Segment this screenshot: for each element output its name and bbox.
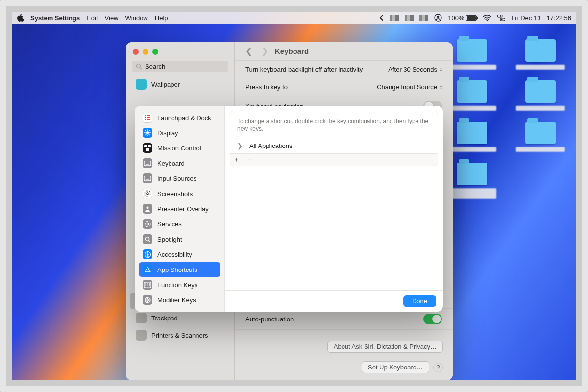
backlight-value-popup[interactable]: After 30 Seconds ▴▾ (388, 66, 442, 73)
sidebar-item-wallpaper[interactable]: Wallpaper (130, 76, 230, 93)
menubar-extra-icon[interactable] (390, 15, 399, 21)
svg-point-1 (437, 16, 440, 18)
sheet-sidebar-item[interactable]: Mission Control (139, 141, 220, 155)
minimize-window-button[interactable] (143, 49, 148, 55)
wifi-icon[interactable] (483, 15, 491, 21)
battery-icon (466, 15, 477, 21)
autopunct-toggle[interactable] (423, 314, 442, 324)
desktop: System Settings Edit View Window Help 10… (12, 12, 576, 380)
desktop-folder[interactable] (445, 39, 499, 70)
fn-value-popup[interactable]: Change Input Source ▴▾ (377, 83, 442, 91)
nav-back-button[interactable]: ❮ (244, 46, 254, 56)
sheet-sidebar-label: Launchpad & Dock (157, 114, 211, 122)
mag-icon (143, 234, 152, 244)
menubar-date[interactable]: Fri Dec 13 (511, 14, 540, 22)
menubar-item-edit[interactable]: Edit (87, 14, 98, 22)
menubar: System Settings Edit View Window Help 10… (12, 12, 576, 24)
menubar-app-name[interactable]: System Settings (30, 14, 80, 22)
menubar-extra-icon[interactable] (405, 15, 414, 21)
row-label: Auto-punctuation (245, 316, 294, 323)
sheet-sidebar-label: Input Sources (157, 175, 196, 182)
menubar-back-icon[interactable] (379, 15, 384, 21)
sheet-sidebar-label: Modifier Keys (157, 296, 196, 304)
user-icon[interactable] (434, 14, 442, 22)
menubar-item-window[interactable]: Window (125, 14, 148, 22)
desktop-folder[interactable] (445, 122, 499, 152)
svg-point-7 (137, 64, 141, 68)
svg-rect-17 (148, 119, 150, 120)
keyboard-shortcuts-sheet: Launchpad & DockDisplayMission ControlKe… (135, 106, 443, 312)
sidebar-item-printers[interactable]: Printers & Scanners (130, 327, 230, 343)
zoom-window-button[interactable] (152, 49, 158, 55)
sheet-sidebar-label: Mission Control (157, 145, 201, 152)
grid-icon (143, 113, 152, 122)
svg-rect-14 (148, 117, 150, 118)
svg-rect-30 (144, 161, 151, 166)
svg-rect-16 (147, 119, 148, 120)
page-title: Keyboard (275, 47, 309, 55)
desktop-folder[interactable] (514, 80, 567, 111)
sheet-sidebar-item[interactable]: Display (139, 125, 220, 140)
sheet-sidebar-item[interactable]: Modifier Keys (139, 293, 220, 307)
svg-point-35 (147, 193, 148, 195)
sheet-main: To change a shortcut, double click the k… (225, 106, 443, 312)
close-window-button[interactable] (133, 49, 139, 55)
trackpad-icon (136, 313, 147, 323)
sheet-sidebar-item[interactable]: App Shortcuts (139, 262, 220, 277)
menubar-item-help[interactable]: Help (155, 14, 168, 22)
svg-line-20 (149, 134, 149, 135)
menubar-item-view[interactable]: View (105, 14, 119, 22)
battery-status[interactable]: 100% (448, 14, 477, 22)
svg-rect-3 (497, 15, 502, 17)
desktop-folder[interactable] (514, 122, 567, 152)
done-button[interactable]: Done (403, 295, 436, 307)
sheet-sidebar-label: App Shortcuts (157, 266, 197, 273)
help-button[interactable]: ? (433, 363, 443, 372)
svg-rect-32 (144, 176, 151, 181)
sheet-sidebar-item[interactable]: Input Sources (139, 171, 220, 186)
svg-line-26 (149, 130, 149, 131)
svg-line-24 (145, 130, 146, 131)
svg-line-8 (140, 68, 142, 69)
desktop-folders (445, 39, 567, 199)
svg-rect-12 (145, 117, 146, 118)
row-fn: Press fn key to Change Input Source ▴▾ (235, 78, 453, 96)
setup-keyboard-button[interactable]: Set Up Keyboard… (362, 361, 429, 373)
sheet-sidebar-item[interactable]: Keyboard (139, 156, 220, 171)
sheet-sidebar-item[interactable]: Presenter Overlay (139, 201, 220, 216)
svg-rect-5 (500, 18, 505, 21)
folder-icon (457, 163, 487, 185)
menubar-extra-icon[interactable] (419, 15, 428, 21)
sheet-sidebar-item[interactable]: Accessibility (139, 247, 220, 262)
gear-icon (143, 219, 152, 229)
sheet-sidebar-item[interactable]: Services (139, 217, 220, 231)
sheet-sidebar-item[interactable]: Screenshots (139, 186, 220, 201)
sidebar-item-trackpad[interactable]: Trackpad (130, 310, 230, 326)
svg-rect-10 (147, 115, 148, 116)
group-label: All Applications (249, 142, 292, 149)
shortcuts-group-row[interactable]: ❯ All Applications (230, 138, 438, 154)
folder-icon (525, 80, 556, 103)
nav-forward-button[interactable]: ❯ (259, 46, 270, 56)
menubar-time[interactable]: 17:22:56 (546, 14, 571, 22)
svg-point-6 (501, 19, 503, 20)
sheet-sidebar-item[interactable]: Spotlight (139, 232, 220, 246)
add-shortcut-button[interactable]: ＋ (230, 154, 243, 166)
sheet-sidebar-item[interactable]: fnFunction Keys (139, 277, 220, 292)
svg-rect-15 (145, 119, 146, 120)
desktop-folder[interactable] (445, 80, 499, 111)
settings-search[interactable]: Search (132, 61, 228, 72)
desktop-folder[interactable] (445, 163, 499, 199)
svg-point-4 (500, 15, 502, 17)
mc-icon (143, 143, 152, 153)
window-controls (126, 47, 234, 59)
sheet-sidebar-label: Display (157, 129, 178, 137)
remove-shortcut-button[interactable]: － (243, 154, 256, 166)
sheet-sidebar-label: Spotlight (157, 236, 182, 243)
sheet-sidebar-item[interactable]: Launchpad & Dock (139, 110, 220, 125)
control-center-icon[interactable] (497, 15, 505, 21)
desktop-folder[interactable] (514, 39, 567, 70)
svg-point-42 (147, 252, 148, 254)
siri-privacy-button[interactable]: About Ask Siri, Dictation & Privacy… (327, 341, 443, 353)
apple-menu-icon[interactable] (17, 14, 24, 22)
